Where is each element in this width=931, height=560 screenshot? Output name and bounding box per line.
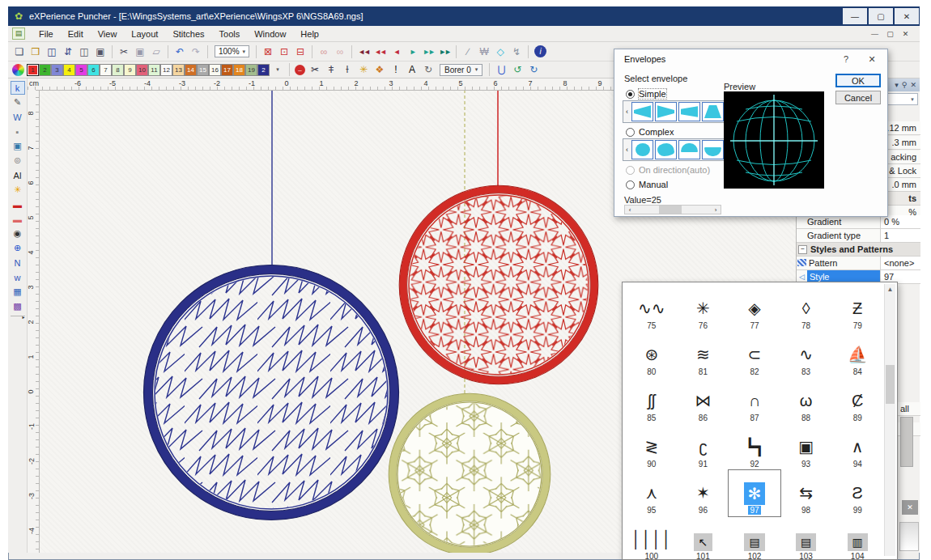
palette-color[interactable]: 15: [197, 64, 209, 76]
palette-color[interactable]: 2: [257, 64, 270, 76]
menu-item[interactable]: Stitches: [165, 28, 211, 40]
gradient-type-row[interactable]: Gradient type 1: [797, 229, 920, 243]
toolbox-tool[interactable]: ✳: [11, 183, 25, 197]
style-item[interactable]: ✶ 96: [678, 470, 729, 516]
pin-icon[interactable]: ⚲: [902, 81, 908, 89]
value-scrollbar[interactable]: ‹ ›: [624, 205, 721, 214]
style-item[interactable]: ▤ 102: [729, 516, 780, 560]
property-value[interactable]: 0 %: [880, 215, 920, 228]
toolbox-tool[interactable]: ⊚: [11, 154, 25, 168]
pattern-row[interactable]: Pattern <none>: [797, 257, 920, 270]
stitch-tool-icon[interactable]: A: [405, 62, 419, 77]
toolbar-icon[interactable]: ↶: [172, 45, 187, 59]
menu-item[interactable]: File: [32, 28, 61, 40]
panel-scrollbar-thumb[interactable]: [900, 417, 913, 467]
palette-color[interactable]: 1: [27, 64, 39, 76]
palette-color[interactable]: 6: [87, 64, 100, 76]
style-item[interactable]: ≋ 81: [678, 332, 729, 378]
style-scrollbar[interactable]: ▲: [884, 284, 895, 556]
complex-radio[interactable]: Complex: [626, 127, 674, 137]
manual-radio[interactable]: Manual: [626, 180, 668, 189]
stitch-tool-icon[interactable]: ǂ: [324, 62, 338, 77]
toolbar-icon[interactable]: ↯: [509, 45, 524, 59]
palette-color[interactable]: 9: [124, 64, 136, 76]
toolbox-tool[interactable]: W: [11, 110, 25, 124]
child-minimize-button[interactable]: —: [868, 28, 882, 40]
menu-item[interactable]: View: [91, 28, 125, 40]
style-item[interactable]: ◈ 77: [729, 286, 780, 332]
cancel-button[interactable]: Cancel: [835, 91, 881, 104]
menu-item[interactable]: Window: [247, 28, 293, 40]
style-item[interactable]: ▤ 103: [780, 516, 832, 560]
collapse-icon[interactable]: −: [798, 245, 807, 254]
fit-icon[interactable]: ⊡: [277, 45, 291, 59]
envelope-shape-cell[interactable]: [655, 102, 677, 121]
close-button[interactable]: ✕: [895, 8, 919, 24]
toolbar-icon[interactable]: ◇: [493, 45, 508, 59]
color-wheel-icon[interactable]: [12, 64, 24, 76]
style-item[interactable]: ▣ 93: [780, 424, 832, 470]
info-icon[interactable]: i: [534, 45, 546, 57]
nav-arrow-icon[interactable]: ►►: [437, 45, 452, 59]
help-icon[interactable]: ?: [832, 49, 860, 69]
palette-overflow-caret[interactable]: ▾: [270, 62, 285, 77]
styles-patterns-header[interactable]: − Styles and Patterns: [797, 243, 920, 257]
palette-color[interactable]: 5: [75, 64, 87, 76]
palette-color[interactable]: 16: [209, 64, 221, 76]
envelope-shape-cell[interactable]: [678, 102, 700, 121]
scroll-track[interactable]: [635, 206, 711, 214]
stitch-tool-icon[interactable]: ✂: [308, 62, 322, 77]
stitch-tool-icon[interactable]: Ɨ: [340, 62, 355, 77]
envelope-shape-cell[interactable]: [655, 140, 677, 159]
toolbox-tool[interactable]: ▦: [11, 285, 25, 299]
palette-color[interactable]: 17: [221, 64, 233, 76]
toolbox-tool[interactable]: ▣: [11, 139, 25, 153]
toolbox-tool[interactable]: ▬: [11, 197, 25, 211]
style-item[interactable]: ʃʃ 85: [626, 378, 678, 424]
toolbox-tool[interactable]: ▪: [11, 125, 25, 138]
palette-color[interactable]: 4: [63, 64, 75, 76]
toolbox-tool[interactable]: k: [11, 81, 25, 95]
scroll-right-icon[interactable]: ›: [711, 206, 721, 214]
toolbar-icon[interactable]: ◫: [77, 45, 91, 59]
palette-color[interactable]: 19: [245, 64, 257, 76]
gradient-row[interactable]: Gradient 0 %: [797, 215, 920, 229]
simple-radio[interactable]: Simple: [626, 89, 666, 99]
style-item[interactable]: ⊛ 80: [626, 332, 678, 378]
style-item[interactable]: ⋈ 86: [678, 378, 729, 424]
envelope-shape-cell[interactable]: [702, 102, 724, 121]
palette-color[interactable]: 7: [100, 64, 112, 76]
stitch-tool-icon[interactable]: ❖: [372, 62, 387, 77]
menu-item[interactable]: Tools: [212, 28, 248, 40]
toolbar-icon[interactable]: ⇵: [61, 45, 75, 59]
toolbar-icon[interactable]: ∕: [461, 45, 475, 59]
minimize-button[interactable]: —: [843, 8, 867, 24]
style-item[interactable]: ʗ 91: [678, 424, 729, 470]
palette-color[interactable]: 8: [112, 64, 124, 76]
palette-color[interactable]: 13: [172, 64, 185, 76]
borer-select[interactable]: Borer 0 ▾: [440, 64, 483, 76]
palette-color[interactable]: 12: [160, 64, 172, 76]
style-item[interactable]: ∿∿ 75: [626, 286, 678, 332]
palette-color[interactable]: 3: [51, 64, 63, 76]
toolbar-icon[interactable]: ↻: [526, 62, 541, 77]
toolbox-tool[interactable]: Al: [11, 168, 25, 182]
scroll-up-icon[interactable]: ▲: [885, 284, 895, 295]
palette-color[interactable]: 10: [136, 64, 148, 76]
style-item[interactable]: ↖ 101: [678, 516, 729, 560]
fit-icon[interactable]: ⊟: [293, 45, 308, 59]
on-direction-radio[interactable]: On direction(auto): [626, 165, 710, 175]
toolbox-tool[interactable]: ⊕: [11, 241, 25, 255]
nav-arrow-icon[interactable]: ◄◄: [372, 45, 387, 59]
scroll-thumb[interactable]: [659, 206, 682, 214]
style-item[interactable]: ⛵ 84: [831, 332, 883, 378]
menu-item[interactable]: Help: [293, 28, 326, 40]
toolbar-icon[interactable]: ⋃: [494, 62, 508, 77]
toolbar-icon[interactable]: ▱: [149, 45, 164, 59]
style-item[interactable]: ✳ 76: [678, 286, 729, 332]
style-item[interactable]: ∩ 87: [729, 378, 780, 424]
style-item[interactable]: Ƨ 99: [831, 470, 883, 516]
toolbar-icon[interactable]: ✂: [117, 45, 131, 59]
style-item[interactable]: ≷ 90: [626, 424, 678, 470]
nav-arrow-icon[interactable]: ◄◄: [356, 45, 371, 59]
